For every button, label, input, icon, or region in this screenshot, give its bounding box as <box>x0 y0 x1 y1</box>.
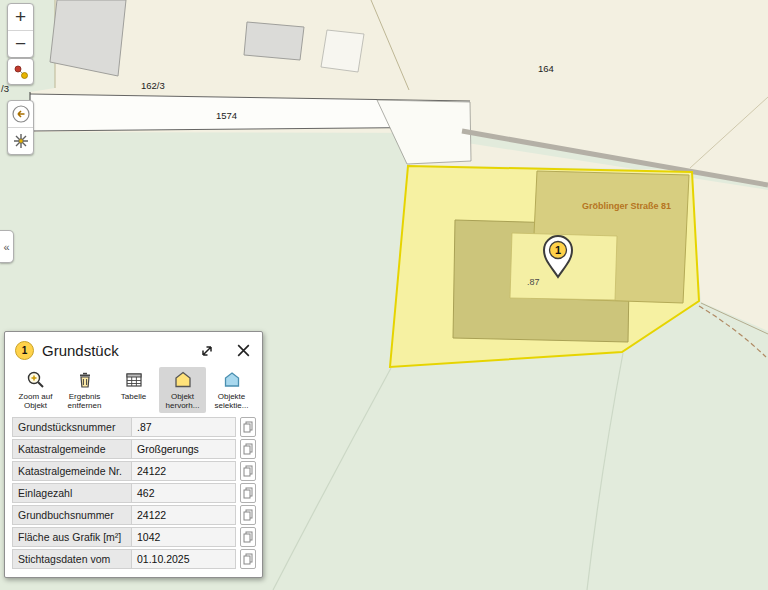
row-label: Fläche aus Grafik [m²] <box>12 527 132 547</box>
table-row: Katastralgemeinde Nr. 24122 <box>12 461 256 481</box>
copy-button[interactable] <box>240 417 256 437</box>
marker-number: 1 <box>555 244 561 256</box>
back-arrow-icon <box>11 104 31 124</box>
copy-button[interactable] <box>240 461 256 481</box>
copy-button[interactable] <box>240 439 256 459</box>
tool-label: Tabelle <box>121 392 146 401</box>
row-label: Grundstücksnummer <box>12 417 132 437</box>
expand-icon <box>199 343 215 359</box>
attribute-table: Grundstücksnummer .87 Katastralgemeinde … <box>5 416 262 569</box>
markers-icon <box>12 63 30 81</box>
building <box>50 0 126 76</box>
trash-icon <box>75 370 95 390</box>
copy-button[interactable] <box>240 527 256 547</box>
row-label: Katastralgemeinde <box>12 439 132 459</box>
building <box>321 30 364 72</box>
nav-control-group <box>7 100 34 155</box>
sidebar-collapse-button[interactable]: « <box>0 230 14 263</box>
result-badge: 1 <box>15 341 34 360</box>
tool-label: Objekt hervorh... <box>160 392 205 411</box>
row-value: .87 <box>132 417 236 437</box>
table-row: Einlagezahl 462 <box>12 483 256 503</box>
zoom-object-icon <box>26 370 46 390</box>
highlight-object-icon <box>173 370 193 390</box>
row-value: 01.10.2025 <box>132 549 236 569</box>
row-label: Grundbuchsnummer <box>12 505 132 525</box>
grundstueck-panel: 1 Grundstück <box>4 331 263 578</box>
zoom-in-button[interactable]: + <box>8 4 33 30</box>
table-icon <box>124 370 144 390</box>
zoom-out-button[interactable]: − <box>8 30 33 57</box>
zoom-to-object-button[interactable]: Zoom auf Objekt <box>12 367 59 413</box>
copy-button[interactable] <box>240 483 256 503</box>
highlight-object-button[interactable]: Objekt hervorh... <box>159 367 206 413</box>
row-value: 1042 <box>132 527 236 547</box>
close-icon <box>235 342 252 359</box>
select-objects-button[interactable]: Objekte selektie... <box>208 367 255 413</box>
map-tool-star-button[interactable] <box>8 127 33 154</box>
table-row: Stichtagsdaten vom 01.10.2025 <box>12 549 256 569</box>
select-objects-icon <box>222 370 242 390</box>
row-value: Großgerungs <box>132 439 236 459</box>
tool-label: Ergebnis entfernen <box>62 392 107 411</box>
table-button[interactable]: Tabelle <box>110 367 157 403</box>
remove-result-button[interactable]: Ergebnis entfernen <box>61 367 108 413</box>
panel-header: 1 Grundstück <box>5 332 262 363</box>
row-value: 24122 <box>132 461 236 481</box>
copy-button[interactable] <box>240 549 256 569</box>
expand-button[interactable] <box>198 342 216 360</box>
building <box>244 22 304 60</box>
panel-toolbar: Zoom auf Objekt Ergebnis entfernen <box>5 363 262 416</box>
previous-view-button[interactable] <box>8 101 33 127</box>
marker-tool-button[interactable] <box>7 58 34 85</box>
table-row: Fläche aus Grafik [m²] 1042 <box>12 527 256 547</box>
row-value: 24122 <box>132 505 236 525</box>
close-button[interactable] <box>234 342 252 360</box>
row-label: Stichtagsdaten vom <box>12 549 132 569</box>
row-label: Einlagezahl <box>12 483 132 503</box>
tool-label: Zoom auf Objekt <box>13 392 58 411</box>
panel-title: Grundstück <box>42 342 190 359</box>
table-row: Grundstücksnummer .87 <box>12 417 256 437</box>
row-value: 462 <box>132 483 236 503</box>
tool-label: Objekte selektie... <box>209 392 254 411</box>
row-label: Katastralgemeinde Nr. <box>12 461 132 481</box>
copy-button[interactable] <box>240 505 256 525</box>
star-icon <box>12 132 30 150</box>
table-row: Katastralgemeinde Großgerungs <box>12 439 256 459</box>
map-viewer: 1 /3 162/3 1574 164 Gröblinger Straße 81… <box>0 0 768 590</box>
table-row: Grundbuchsnummer 24122 <box>12 505 256 525</box>
zoom-control-group: + − <box>7 3 34 58</box>
